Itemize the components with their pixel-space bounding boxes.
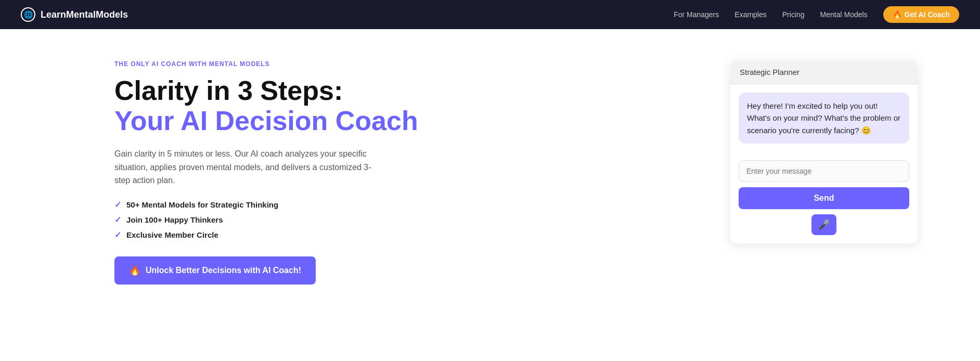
unlock-cta-button[interactable]: 🔥 Unlock Better Decisions with AI Coach! xyxy=(114,256,316,285)
navbar: 🌐 LearnMentalModels For Managers Example… xyxy=(0,0,980,29)
hero-headline-black: Clarity in 3 Steps: xyxy=(114,76,427,106)
chat-body: Hey there! I'm excited to help you out! … xyxy=(730,84,918,160)
check-icon-2: ✓ xyxy=(114,230,121,240)
nav-mental-models[interactable]: Mental Models xyxy=(820,10,868,19)
hero-tagline: THE ONLY AI COACH WITH MENTAL MODELS xyxy=(114,60,427,68)
main-content: THE ONLY AI COACH WITH MENTAL MODELS Cla… xyxy=(0,29,980,305)
feature-list: ✓ 50+ Mental Models for Strategic Thinki… xyxy=(114,200,427,240)
send-button[interactable]: Send xyxy=(739,187,909,209)
hero-headline-blue: Your AI Decision Coach xyxy=(114,106,427,137)
cta-label: Unlock Better Decisions with AI Coach! xyxy=(146,266,301,275)
chat-input-area: Send 🎤 xyxy=(730,160,918,243)
chat-message-bubble: Hey there! I'm excited to help you out! … xyxy=(739,93,909,144)
chat-message-input[interactable] xyxy=(739,160,909,182)
logo-icon: 🌐 xyxy=(21,7,35,22)
nav-links: For Managers Examples Pricing Mental Mod… xyxy=(674,6,959,23)
feature-item-1: ✓ Join 100+ Happy Thinkers xyxy=(114,215,427,225)
nav-cta-label: Get AI Coach xyxy=(905,10,950,19)
mic-button[interactable]: 🎤 xyxy=(811,214,836,235)
hero-left: THE ONLY AI COACH WITH MENTAL MODELS Cla… xyxy=(114,60,427,285)
hero-description: Gain clarity in 5 minutes or less. Our A… xyxy=(114,147,385,187)
check-icon-0: ✓ xyxy=(114,200,121,210)
feature-item-0: ✓ 50+ Mental Models for Strategic Thinki… xyxy=(114,200,427,210)
feature-text-2: Exclusive Member Circle xyxy=(126,230,218,239)
check-icon-1: ✓ xyxy=(114,215,121,225)
feature-text-0: 50+ Mental Models for Strategic Thinking xyxy=(126,200,278,209)
site-logo[interactable]: 🌐 LearnMentalModels xyxy=(21,7,128,22)
cta-flame-icon: 🔥 xyxy=(129,265,140,276)
chat-widget: Strategic Planner Hey there! I'm excited… xyxy=(730,60,918,243)
nav-for-managers[interactable]: For Managers xyxy=(674,10,719,19)
mic-icon: 🎤 xyxy=(818,219,830,230)
nav-cta-flame: 🔥 xyxy=(893,10,901,19)
feature-text-1: Join 100+ Happy Thinkers xyxy=(126,215,223,224)
feature-item-2: ✓ Exclusive Member Circle xyxy=(114,230,427,240)
nav-examples[interactable]: Examples xyxy=(734,10,766,19)
mic-button-wrapper: 🎤 xyxy=(739,214,909,235)
get-ai-coach-button[interactable]: 🔥 Get AI Coach xyxy=(883,6,959,23)
nav-pricing[interactable]: Pricing xyxy=(782,10,805,19)
chat-header: Strategic Planner xyxy=(730,60,918,84)
logo-text: LearnMentalModels xyxy=(41,9,128,20)
